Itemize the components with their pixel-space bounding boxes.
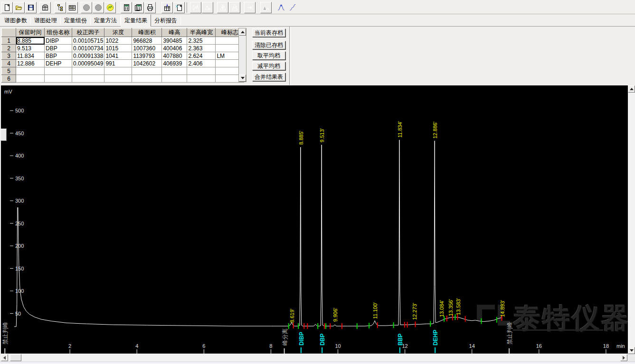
table-scroll-up-button[interactable] bbox=[239, 28, 246, 36]
cell-浓度[interactable] bbox=[104, 67, 132, 75]
row-number[interactable]: 6 bbox=[2, 75, 16, 83]
plot-scroll-down-button[interactable] bbox=[628, 347, 635, 354]
tab-分析报告[interactable]: 分析报告 bbox=[151, 16, 180, 26]
calc-result-button[interactable] bbox=[121, 2, 132, 13]
plot-horizontal-scrollbar[interactable] bbox=[1, 354, 628, 362]
cell-组份名称[interactable]: DBP bbox=[45, 45, 72, 52]
cell-浓度[interactable]: 1041 bbox=[104, 52, 132, 60]
cell-保留时间[interactable] bbox=[16, 75, 45, 83]
cell-保留时间[interactable]: 8.885 bbox=[16, 37, 45, 45]
peak-split-button[interactable] bbox=[217, 2, 228, 13]
plot-vertical-scrollbar[interactable] bbox=[628, 85, 635, 354]
record-gray-button-1[interactable] bbox=[81, 2, 92, 13]
cell-峰面积[interactable] bbox=[132, 75, 162, 83]
plot-scroll-up-button[interactable] bbox=[628, 85, 635, 93]
row-number[interactable]: 2 bbox=[2, 45, 16, 52]
cell-校正因子[interactable]: 0.00095049 bbox=[72, 60, 104, 67]
data-grid-button[interactable] bbox=[66, 2, 78, 13]
component-tree-button[interactable] bbox=[55, 2, 66, 13]
row-number[interactable]: 5 bbox=[2, 67, 16, 75]
baseline-line-button[interactable] bbox=[202, 2, 213, 13]
cell-保留时间[interactable]: 11.834 bbox=[16, 52, 45, 60]
cell-峰面积[interactable]: 966828 bbox=[132, 37, 162, 45]
cell-组份名称[interactable]: BBP bbox=[45, 52, 72, 60]
cell-组份名称[interactable]: DEHP bbox=[45, 60, 72, 67]
cell-峰面积[interactable]: 1042602 bbox=[132, 60, 162, 67]
x-tick-label: 8 bbox=[269, 343, 272, 349]
manual-peak-button-2[interactable] bbox=[287, 2, 299, 13]
cell-浓度[interactable]: 991 bbox=[104, 60, 132, 67]
row-number[interactable]: 4 bbox=[2, 60, 16, 67]
plot-scroll-left-button[interactable] bbox=[1, 354, 8, 361]
cell-半高峰宽[interactable]: 2.325 bbox=[187, 37, 216, 45]
cell-半高峰宽[interactable]: 2.624 bbox=[187, 52, 216, 60]
chromatogram-plot[interactable]: 泰特仪器泰特仪器泰特仪器mV50045040035030025020015010… bbox=[1, 85, 628, 354]
peak-merge-button[interactable] bbox=[229, 2, 240, 13]
cell-峰面积[interactable] bbox=[132, 67, 162, 75]
import-table-button[interactable] bbox=[161, 2, 173, 13]
plot-horizontal-scroll-thumb[interactable] bbox=[10, 354, 21, 361]
cell-半高峰宽[interactable] bbox=[187, 67, 216, 75]
table-scrollbar[interactable] bbox=[238, 28, 246, 82]
cell-校正因子[interactable]: 0.00105715 bbox=[72, 37, 104, 45]
print-button[interactable] bbox=[144, 2, 156, 13]
tab-定量方法[interactable]: 定量方法 bbox=[91, 16, 120, 26]
tab-定量组份[interactable]: 定量组份 bbox=[61, 16, 90, 26]
side-button-清除已存档[interactable]: 清除已存档 bbox=[252, 41, 285, 49]
y-tick-label: 500 bbox=[15, 108, 24, 113]
cell-峰高[interactable]: 400406 bbox=[162, 45, 187, 52]
cell-半高峰宽[interactable]: 2.363 bbox=[187, 45, 216, 52]
edit-note-button[interactable] bbox=[173, 2, 185, 13]
cell-浓度[interactable] bbox=[104, 75, 132, 83]
cell-峰高[interactable] bbox=[162, 67, 187, 75]
cell-保留时间[interactable] bbox=[16, 67, 45, 75]
open-file-button[interactable] bbox=[13, 2, 25, 13]
cell-峰高[interactable]: 390485 bbox=[162, 37, 187, 45]
acquire-run-button[interactable] bbox=[104, 2, 116, 13]
open-folder-icon bbox=[15, 4, 23, 11]
cell-峰高[interactable]: 406939 bbox=[162, 60, 187, 67]
cell-半高峰宽[interactable] bbox=[187, 75, 216, 83]
cell-校正因子[interactable]: 0.00100734 bbox=[72, 45, 104, 52]
report-button[interactable] bbox=[39, 2, 51, 13]
side-button-当前表存档[interactable]: 当前表存档 bbox=[252, 28, 285, 37]
cell-组份名称[interactable] bbox=[45, 75, 72, 83]
cell-浓度[interactable]: 1015 bbox=[104, 45, 132, 52]
side-button-取平均档[interactable]: 取平均档 bbox=[252, 51, 285, 60]
manual-peak-button-1[interactable] bbox=[275, 2, 287, 13]
side-button-减平均档[interactable]: 减平均档 bbox=[252, 62, 285, 70]
tab-定量结果[interactable]: 定量结果 bbox=[121, 14, 151, 27]
record-gray-button-2[interactable] bbox=[93, 2, 104, 13]
move-end-button[interactable] bbox=[244, 2, 256, 13]
save-file-button[interactable] bbox=[25, 2, 37, 13]
cell-峰高[interactable] bbox=[162, 75, 187, 83]
plot-vertical-scroll-thumb[interactable] bbox=[0, 129, 7, 141]
cell-浓度[interactable]: 1022 bbox=[104, 37, 132, 45]
cell-保留时间[interactable]: 9.513 bbox=[16, 45, 45, 52]
baseline-bracket-button[interactable] bbox=[190, 2, 201, 13]
peak-area-button[interactable] bbox=[260, 2, 272, 13]
cell-峰面积[interactable]: 1139793 bbox=[132, 52, 162, 60]
panel-divider bbox=[289, 27, 290, 85]
cell-校正因子[interactable] bbox=[72, 67, 104, 75]
tab-谱图参数[interactable]: 谱图参数 bbox=[1, 16, 30, 26]
cell-组份名称[interactable]: DIBP bbox=[45, 37, 72, 45]
peak-line-icon bbox=[204, 4, 211, 11]
down-arrow-icon bbox=[630, 349, 634, 352]
cell-校正因子[interactable]: 0.00091338 bbox=[72, 52, 104, 60]
cell-组份名称[interactable] bbox=[45, 67, 72, 75]
cell-峰面积[interactable]: 1007360 bbox=[132, 45, 162, 52]
tab-谱图处理[interactable]: 谱图处理 bbox=[31, 16, 60, 26]
cell-校正因子[interactable] bbox=[72, 75, 104, 83]
calc-batch-button[interactable] bbox=[133, 2, 144, 13]
cell-峰高[interactable]: 407880 bbox=[162, 52, 187, 60]
side-button-合并结果表[interactable]: 合并结果表 bbox=[252, 73, 285, 81]
new-file-button[interactable] bbox=[1, 2, 13, 13]
row-number[interactable]: 1 bbox=[2, 37, 16, 45]
cell-半高峰宽[interactable]: 2.406 bbox=[187, 60, 216, 67]
chromatogram-canvas[interactable]: 泰特仪器泰特仪器泰特仪器mV50045040035030025020015010… bbox=[1, 85, 628, 354]
cell-保留时间[interactable]: 12.886 bbox=[16, 60, 45, 67]
plot-scroll-right-button[interactable] bbox=[620, 354, 627, 361]
row-number[interactable]: 3 bbox=[2, 52, 16, 60]
table-scroll-down-button[interactable] bbox=[239, 75, 246, 82]
